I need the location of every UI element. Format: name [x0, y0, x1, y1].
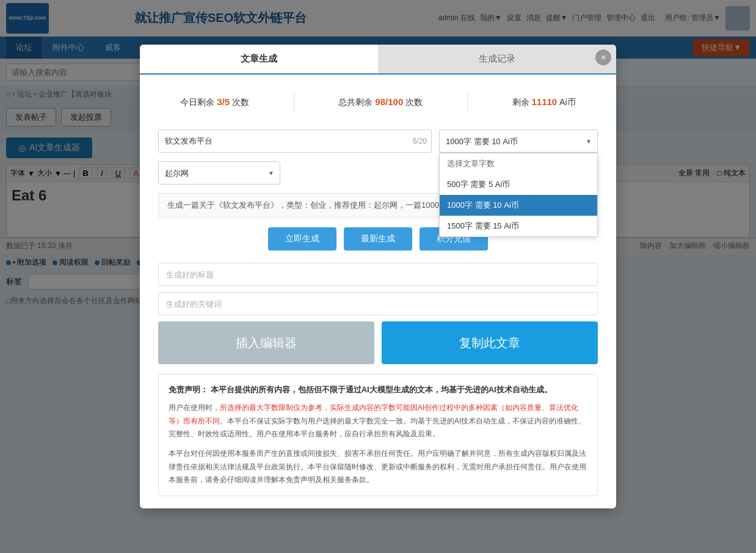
disclaimer-para2-text: 本平台对任何因使用本服务而产生的直接或间接损失、损害不承担任何责任。用户应明确了…	[169, 449, 586, 484]
article-generate-modal: × 文章生成 生成记录 今日剩余 3/5 次数 总共剩余 98/100 次数	[140, 45, 616, 508]
immediate-generate-button[interactable]: 立即生成	[268, 227, 336, 251]
coin-label: 剩余	[512, 97, 529, 107]
dropdown-item-1000[interactable]: 1000字 需要 10 Ai币	[440, 195, 597, 216]
disclaimer-para-1: 用户在使用时，所选择的最大字数限制仅为参考，实际生成内容的字数可能因AI创作过程…	[169, 401, 587, 441]
disclaimer-para1-before: 用户在使用时，	[169, 403, 220, 412]
word-select-wrap: 选择文章字数 500字 需要 5 Ai币 1000字 需要 10 Ai币 150…	[439, 130, 598, 153]
stats-row: 今日剩余 3/5 次数 总共剩余 98/100 次数 剩余 11110 Ai币	[158, 87, 598, 117]
result-keyword-input[interactable]	[158, 292, 598, 315]
modal-header: 文章生成 生成记录	[140, 45, 616, 75]
modal-close-button[interactable]: ×	[595, 49, 611, 65]
coin-stat: 剩余 11110 Ai币	[512, 97, 576, 108]
disclaimer-para-2: 本平台对任何因使用本服务而产生的直接或间接损失、损害不承担任何责任。用户应明确了…	[169, 447, 587, 487]
form-row-1: 6/20 选择文章字数 500字 需要 5 Ai币 1000字 需要 10 Ai…	[158, 130, 598, 153]
tab-generate[interactable]: 文章生成	[140, 45, 378, 73]
dropdown-item-placeholder[interactable]: 选择文章字数	[440, 153, 597, 174]
site-select[interactable]: 起尔网	[158, 161, 280, 185]
disclaimer-title-body: 本平台提供的所有内容，包括但不限于通过AI大模型生成的文本，均基于先进的AI技术…	[211, 385, 552, 394]
modal-body: 今日剩余 3/5 次数 总共剩余 98/100 次数 剩余 11110 Ai币	[140, 75, 616, 508]
today-stat: 今日剩余 3/5 次数	[180, 97, 249, 108]
coin-unit: Ai币	[559, 97, 575, 107]
word-count-dropdown: 选择文章字数 500字 需要 5 Ai币 1000字 需要 10 Ai币 150…	[439, 153, 598, 237]
tab-history[interactable]: 生成记录	[378, 45, 616, 73]
disclaimer-para1-after: 。本平台不保证实际字数与用户选择的最大字数完全一致。均基于先进的AI技术自动生成…	[169, 417, 586, 439]
disclaimer-title: 免责声明： 本平台提供的所有内容，包括但不限于通过AI大模型生成的文本，均基于先…	[169, 383, 587, 397]
total-stat: 总共剩余 98/100 次数	[338, 97, 423, 108]
stat-separator-1	[294, 93, 294, 111]
description-text: 生成一篇关于《软文发布平台》，类型：创业，推荐使用：起尔网，一篇1000字的文章	[167, 200, 471, 210]
disclaimer-box: 免责声明： 本平台提供的所有内容，包括但不限于通过AI大模型生成的文本，均基于先…	[158, 374, 598, 496]
today-unit: 次数	[232, 97, 249, 107]
site-select-wrap: 起尔网 ▼	[158, 161, 280, 185]
today-value: 3/5	[217, 97, 230, 107]
modal-overlay: × 文章生成 生成记录 今日剩余 3/5 次数 总共剩余 98/100 次数	[0, 0, 756, 553]
copy-article-button[interactable]: 复制此文章	[382, 321, 598, 364]
stat-separator-2	[467, 93, 468, 111]
word-count-select[interactable]: 选择文章字数 500字 需要 5 Ai币 1000字 需要 10 Ai币 150…	[439, 130, 598, 153]
platform-input[interactable]	[158, 130, 432, 153]
dropdown-item-500[interactable]: 500字 需要 5 Ai币	[440, 174, 597, 195]
dropdown-item-1500[interactable]: 1500字 需要 15 Ai币	[440, 216, 597, 236]
total-value: 98/100	[375, 97, 403, 107]
char-count: 6/20	[413, 137, 427, 145]
big-action-buttons: 插入编辑器 复制此文章	[158, 321, 598, 364]
coin-value: 11110	[532, 97, 558, 107]
total-label: 总共剩余	[338, 97, 373, 107]
insert-editor-button[interactable]: 插入编辑器	[158, 321, 374, 364]
disclaimer-title-text: 免责声明：	[169, 385, 208, 394]
platform-input-wrap: 6/20	[158, 130, 432, 153]
result-title-input[interactable]	[158, 263, 598, 286]
close-icon: ×	[601, 53, 606, 62]
latest-generate-button[interactable]: 最新生成	[344, 227, 412, 251]
today-label: 今日剩余	[180, 97, 214, 107]
total-unit: 次数	[405, 97, 423, 107]
